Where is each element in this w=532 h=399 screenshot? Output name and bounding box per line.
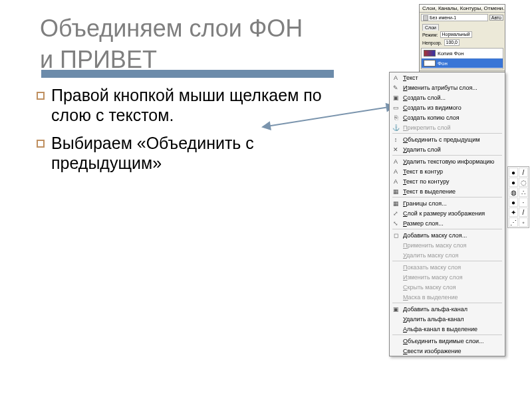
context-menu-item[interactable]: ✎Изменить атрибуты слоя... — [390, 82, 505, 92]
title-line-1: Объединяем слои ФОН — [40, 15, 303, 42]
context-menu-item[interactable]: AТекст — [390, 72, 505, 82]
context-menu-item[interactable]: ✕Удалить слой — [390, 144, 505, 154]
brush-item[interactable]: ● — [509, 168, 518, 177]
menu-item-label: Слой к размеру изображения — [403, 210, 485, 217]
menu-item-icon — [391, 263, 400, 271]
context-menu-item: Применить маску слоя — [390, 240, 505, 250]
mode-value[interactable]: Нормальный — [440, 31, 472, 38]
menu-item-icon — [391, 315, 400, 323]
menu-item-label: Удалить слой — [403, 146, 441, 153]
menu-item-label: Создать копию слоя — [403, 114, 460, 121]
brush-item[interactable]: ◌ — [519, 178, 528, 187]
menu-separator — [392, 334, 502, 335]
menu-item-label: Применить маску слоя — [403, 242, 466, 249]
menu-item-label: Изменить маску слоя — [403, 274, 463, 281]
brush-item[interactable]: ◍ — [509, 188, 518, 197]
context-menu-item[interactable]: Альфа-канал в выделение — [390, 324, 505, 334]
menu-item-icon: ⎘ — [391, 114, 400, 122]
layer-thumb — [424, 50, 436, 57]
context-menu-item[interactable]: ⎘Создать копию слоя — [390, 112, 505, 122]
bullet-list: Правой кнопкой мыши щелкаем по слою с те… — [37, 85, 342, 181]
menu-item-label: Текст в выделение — [403, 188, 456, 195]
context-menu-item[interactable]: AУдалить текстовую информацию — [390, 156, 505, 166]
menu-item-icon: ⤡ — [391, 219, 400, 227]
context-menu-item[interactable]: ↕Объединить с предыдущим — [390, 134, 505, 144]
context-menu-item: Маска в выделение — [390, 292, 505, 302]
layer-list: Копия Фон Фон — [421, 48, 503, 69]
menu-item-icon: ▣ — [391, 305, 400, 313]
context-menu-item: Показать маску слоя — [390, 262, 505, 272]
menu-item-icon — [391, 251, 400, 259]
brush-item[interactable]: ✦ — [509, 207, 518, 217]
auto-button[interactable]: Авто — [489, 15, 503, 21]
context-menu-item[interactable]: AТекст по контуру — [390, 176, 505, 186]
menu-item-icon: A — [391, 158, 400, 166]
menu-item-icon: ✎ — [391, 84, 400, 92]
menu-item-icon — [391, 283, 400, 291]
menu-item-icon: ⚓ — [391, 124, 400, 132]
menu-item-icon: ✕ — [391, 146, 400, 154]
context-menu-item[interactable]: Свести изображение — [390, 346, 505, 356]
context-menu-item[interactable]: ▭Создать из видимого — [390, 102, 505, 112]
menu-item-icon — [391, 273, 400, 281]
context-menu-item[interactable]: ▦Текст в выделение — [390, 186, 505, 196]
menu-item-label: Альфа-канал в выделение — [403, 326, 477, 332]
brush-item[interactable]: / — [519, 168, 528, 177]
menu-item-icon: ⤢ — [391, 209, 400, 217]
menu-item-label: Объединить с предыдущим — [403, 136, 480, 143]
brushes-panel: ● / ● ◌ ◍ ∴ ● · ✦ / ⋰ ◦ — [507, 166, 529, 228]
menu-item-label: Границы слоя... — [403, 200, 447, 207]
menu-item-icon: A — [391, 168, 400, 176]
tab-layers[interactable]: Слои — [422, 24, 439, 31]
mode-label: Режим: — [422, 33, 438, 37]
menu-item-label: Свести изображение — [403, 348, 462, 354]
image-selector[interactable]: Без имени-1 — [421, 14, 488, 21]
context-menu-item: Скрыть маску слоя — [390, 282, 505, 292]
menu-item-label: Скрыть маску слоя — [403, 284, 456, 291]
opacity-label: Непрозр. — [422, 41, 442, 45]
menu-item-label: Прикрепить слой — [403, 124, 451, 131]
menu-item-icon: ▦ — [391, 200, 400, 207]
context-menu-item[interactable]: ⤡Размер слоя... — [390, 218, 505, 228]
context-menu-item[interactable]: Объединить видимые слои... — [390, 336, 505, 346]
brush-item[interactable]: ◦ — [519, 217, 528, 227]
context-menu-item[interactable]: ▣Создать слой... — [390, 92, 505, 102]
brush-item[interactable]: ● — [509, 178, 518, 187]
bullet-item: Выбираем «Объединить с предыдущим» — [37, 133, 342, 173]
menu-item-label: Удалить текстовую информацию — [403, 158, 494, 165]
menu-item-label: Добавить маску слоя... — [403, 232, 467, 239]
layer-name: Фон — [438, 61, 448, 66]
menu-separator — [392, 303, 502, 303]
context-menu-item[interactable]: ▣Добавить альфа-канал — [390, 304, 505, 314]
context-menu-item: Удалить маску слоя — [390, 250, 505, 260]
context-menu-item[interactable]: ⤢Слой к размеру изображения — [390, 208, 505, 218]
context-menu-item[interactable]: Удалить альфа-канал — [390, 314, 505, 324]
layer-item[interactable]: Копия Фон — [422, 49, 503, 59]
menu-separator — [392, 229, 502, 229]
menu-item-icon: ◻ — [391, 231, 400, 239]
panel-title: Слои, Каналы, Контуры, Отмени... — [420, 5, 505, 13]
brush-item[interactable]: ● — [509, 198, 518, 207]
menu-item-icon — [391, 337, 400, 345]
menu-separator — [392, 197, 502, 198]
menu-item-icon: A — [391, 178, 400, 186]
brush-item[interactable]: / — [519, 207, 528, 217]
brush-item[interactable]: · — [519, 198, 528, 207]
menu-item-icon: ▦ — [391, 188, 400, 196]
menu-item-icon: ▭ — [391, 104, 400, 112]
context-menu-item: Изменить маску слоя — [390, 272, 505, 282]
context-menu-item[interactable]: ◻Добавить маску слоя... — [390, 230, 505, 240]
menu-item-label: Удалить альфа-канал — [403, 316, 464, 323]
bullet-item: Правой кнопкой мыши щелкаем по слою с те… — [37, 85, 342, 125]
layer-item[interactable]: Фон — [422, 59, 503, 68]
brush-item[interactable]: ⋰ — [509, 217, 518, 227]
menu-item-label: Маска в выделение — [403, 294, 458, 301]
context-menu-item[interactable]: AТекст в контур — [390, 166, 505, 176]
menu-item-label: Изменить атрибуты слоя... — [403, 84, 477, 91]
brush-item[interactable]: ∴ — [519, 188, 528, 197]
opacity-value[interactable]: 100,0 — [444, 39, 460, 46]
menu-item-icon — [391, 347, 400, 355]
context-menu-item[interactable]: ▦Границы слоя... — [390, 198, 505, 208]
menu-item-label: Размер слоя... — [403, 220, 444, 227]
menu-item-label: Текст — [403, 74, 418, 81]
